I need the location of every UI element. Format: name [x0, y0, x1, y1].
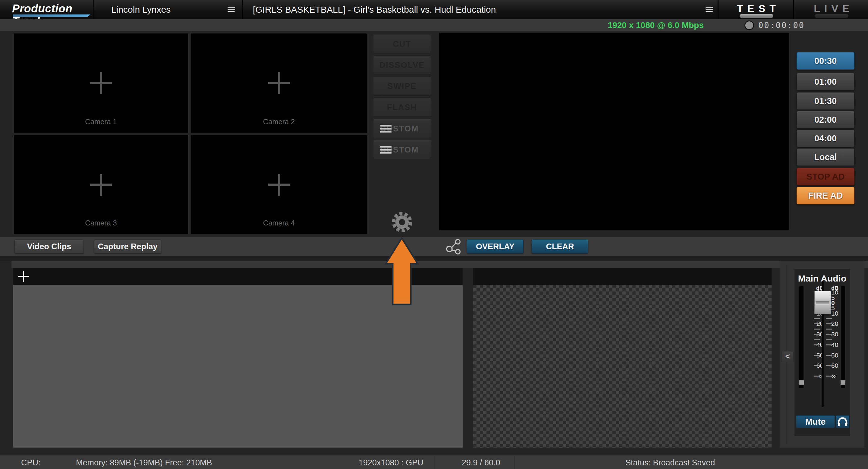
audio-scale-tick	[826, 345, 832, 345]
status-bar: CPU: Memory: 89MB (-19MB) Free: 210MB 19…	[0, 455, 868, 469]
camera-tile-1[interactable]: Camera 1	[13, 33, 189, 133]
share-nodes-icon[interactable]	[445, 238, 464, 257]
audio-scale-tick	[814, 329, 820, 330]
audio-scale-tick	[826, 339, 832, 340]
add-source-icon	[90, 174, 112, 196]
divider-strip	[0, 256, 868, 261]
transition-flash-button[interactable]: FLASH	[373, 98, 431, 117]
record-timer: 00:00:00	[744, 21, 805, 30]
audio-scale-tick	[814, 376, 820, 377]
audio-scale-tick	[826, 323, 832, 324]
audio-scale-label: ∞	[831, 373, 843, 380]
audio-scale-label: 10	[831, 310, 843, 317]
custom-menu-icon[interactable]	[380, 124, 392, 134]
camera-label: Camera 4	[191, 219, 367, 227]
stop-ad-button[interactable]: STOP AD	[797, 168, 855, 185]
fire-ad-button[interactable]: FIRE AD	[797, 187, 855, 205]
ad-local-button[interactable]: Local	[797, 148, 855, 166]
overlay-transparency-area	[473, 285, 772, 447]
audio-scale-tick	[826, 329, 832, 330]
program-monitor	[439, 33, 789, 230]
live-indicator	[815, 14, 848, 18]
add-source-icon	[90, 72, 112, 94]
collapse-audio-button[interactable]: <	[781, 351, 794, 362]
fader-knob[interactable]	[814, 291, 831, 314]
divider-strip	[11, 261, 868, 268]
audio-scale-label: 60	[831, 362, 843, 369]
broadcast-menu-icon[interactable]	[706, 6, 713, 13]
add-source-icon	[268, 174, 290, 196]
team-section[interactable]: Lincoln Lynxes	[93, 0, 243, 19]
mute-button[interactable]: Mute	[796, 415, 835, 428]
audio-scale-tick	[826, 376, 832, 377]
memory-stat: Memory: 89MB (-19MB) Free: 210MB	[76, 458, 212, 467]
ad-duration-0400-button[interactable]: 04:00	[797, 130, 855, 147]
clips-bar: Video Clips Capture Replay OVERLAY CLEAR	[0, 237, 868, 256]
camera-tile-2[interactable]: Camera 2	[191, 33, 367, 133]
transition-cut-button[interactable]: CUT	[373, 35, 431, 53]
test-indicator	[740, 14, 773, 18]
capture-replay-button[interactable]: Capture Replay	[94, 240, 161, 253]
broadcast-title-section[interactable]: [GIRLS BASKETBALL] - Girl’s Basketball v…	[242, 0, 718, 19]
ad-duration-0200-button[interactable]: 02:00	[797, 111, 855, 128]
fader-groove	[816, 302, 830, 305]
encoding-info: 1920 x 1080 @ 6.0 Mbps	[608, 21, 704, 30]
status-row: 1920 x 1080 @ 6.0 Mbps 00:00:00	[0, 19, 868, 31]
audio-scale-tick	[814, 339, 820, 340]
audio-scale-label: 30	[831, 331, 843, 338]
timecode: 00:00:00	[758, 21, 805, 30]
status-divider	[434, 456, 435, 469]
ad-duration-0130-button[interactable]: 01:30	[797, 92, 855, 110]
audio-scale-tick	[826, 334, 832, 335]
audio-scale-tick	[814, 345, 820, 345]
cpu-stat: CPU:	[21, 458, 41, 467]
add-clip-icon[interactable]	[18, 271, 29, 282]
overlay-panel-header	[473, 268, 772, 285]
clips-panel-body	[13, 285, 463, 447]
audio-panel: < Main Audio dB10505102030405060∞ dB1050…	[780, 261, 864, 447]
audio-scale-label: 50	[831, 352, 843, 359]
headphones-icon	[836, 416, 849, 428]
camera-tile-3[interactable]: Camera 3	[13, 135, 189, 234]
status-divider	[514, 456, 515, 469]
transition-dissolve-button[interactable]: DISSOLVE	[373, 56, 431, 74]
camera-tile-4[interactable]: Camera 4	[191, 135, 367, 234]
transition-custom-1-button[interactable]: CUSTOM	[373, 119, 431, 138]
logo-underline	[13, 14, 90, 17]
team-menu-icon[interactable]	[227, 6, 235, 13]
logo-section: Production Truck	[0, 0, 93, 19]
settings-gear-icon[interactable]	[391, 211, 413, 233]
camera-label: Camera 1	[13, 118, 188, 126]
video-clips-button[interactable]: Video Clips	[14, 240, 84, 253]
ad-duration-0100-button[interactable]: 01:00	[797, 73, 855, 90]
audio-mixer: Main Audio dB10505102030405060∞ dB105051…	[795, 269, 850, 436]
top-bar: Production Truck Lincoln Lynxes [GIRLS B…	[0, 0, 868, 19]
live-button[interactable]: LIVE	[793, 0, 868, 19]
audio-scale-tick	[826, 365, 832, 366]
audio-scale-right: dB10505102030405060∞	[831, 269, 843, 436]
audio-scale-tick	[814, 334, 820, 335]
clear-button[interactable]: CLEAR	[532, 240, 588, 253]
record-dot-icon	[744, 21, 754, 30]
audio-scale-tick	[814, 318, 820, 319]
broadcast-status: Status: Broadcast Saved	[625, 458, 715, 467]
audio-scale-tick	[814, 365, 820, 366]
test-button[interactable]: TEST	[718, 0, 794, 19]
headphones-button[interactable]	[836, 415, 849, 428]
live-label: LIVE	[794, 3, 868, 14]
pointer-arrow-annotation	[384, 236, 420, 307]
camera-label: Camera 3	[13, 219, 188, 227]
camera-label: Camera 2	[191, 118, 367, 126]
audio-scale-tick	[826, 355, 832, 356]
audio-scale-label: 20	[831, 320, 843, 327]
audio-scale-tick	[814, 323, 820, 324]
transition-swipe-button[interactable]: SWIPE	[373, 77, 431, 96]
team-name: Lincoln Lynxes	[111, 4, 170, 15]
transition-custom-2-button[interactable]: CUSTOM	[373, 140, 431, 159]
ad-duration-0030-button[interactable]: 00:30	[797, 52, 855, 70]
custom-menu-icon[interactable]	[380, 145, 392, 155]
add-source-icon	[268, 72, 290, 94]
overlay-button[interactable]: OVERLAY	[467, 240, 524, 253]
audio-scale-tick	[814, 355, 820, 356]
broadcast-title: [GIRLS BASKETBALL] - Girl’s Basketball v…	[253, 4, 496, 15]
